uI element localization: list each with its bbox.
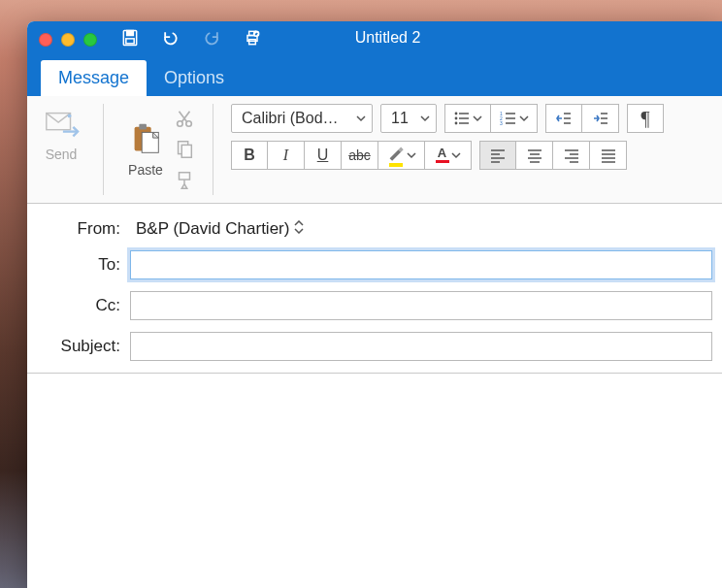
- send-label: Send: [46, 147, 78, 162]
- paragraph-marks-button[interactable]: ¶: [627, 104, 664, 133]
- message-header: From: B&P (David Chartier) To: Cc: Subje…: [27, 204, 722, 374]
- chevron-down-icon: [451, 147, 461, 164]
- compose-window: Untitled 2 Message Options Send Paste: [27, 21, 722, 588]
- tab-message[interactable]: Message: [41, 60, 147, 96]
- cc-field[interactable]: [130, 291, 712, 320]
- svg-rect-2: [126, 39, 134, 44]
- window-title: Untitled 2: [355, 29, 421, 47]
- font-color-button[interactable]: A: [425, 141, 472, 170]
- align-right-button[interactable]: [553, 141, 590, 170]
- cc-label: Cc:: [37, 296, 120, 315]
- align-left-button[interactable]: [479, 141, 516, 170]
- paste-label: Paste: [128, 162, 163, 178]
- message-body[interactable]: [27, 374, 722, 588]
- italic-button[interactable]: I: [268, 141, 305, 170]
- align-center-button[interactable]: [516, 141, 553, 170]
- svg-rect-15: [181, 145, 191, 157]
- separator: [213, 104, 213, 195]
- font-family-value: Calibri (Bod…: [242, 110, 339, 127]
- from-value: B&P (David Chartier): [136, 219, 289, 239]
- zoom-window-button[interactable]: [83, 33, 97, 47]
- strikethrough-button[interactable]: abc: [342, 141, 378, 170]
- font-size-combo[interactable]: 11: [380, 104, 437, 133]
- increase-indent-button[interactable]: [582, 104, 619, 133]
- undo-icon[interactable]: [161, 28, 180, 51]
- redo-icon[interactable]: [202, 28, 221, 51]
- bold-button[interactable]: B: [231, 141, 268, 170]
- chevron-down-icon: [519, 110, 529, 127]
- tab-options[interactable]: Options: [147, 60, 242, 96]
- ribbon: Send Paste Cal: [27, 96, 722, 204]
- print-icon[interactable]: [243, 28, 262, 51]
- window-controls: [39, 33, 97, 47]
- chevron-down-icon: [473, 110, 482, 127]
- copy-icon[interactable]: [174, 139, 195, 164]
- format-painter-icon[interactable]: [174, 170, 195, 195]
- save-icon[interactable]: [120, 28, 140, 51]
- underline-button[interactable]: U: [305, 141, 342, 170]
- svg-rect-1: [127, 31, 134, 36]
- subject-label: Subject:: [37, 337, 120, 356]
- chevron-down-icon: [356, 110, 366, 127]
- separator: [103, 104, 104, 195]
- font-size-value: 11: [391, 110, 409, 127]
- from-label: From:: [37, 219, 120, 239]
- bullets-button[interactable]: [444, 104, 491, 133]
- paste-button[interactable]: Paste: [121, 104, 170, 195]
- highlight-icon: [387, 145, 405, 167]
- from-account-picker[interactable]: B&P (David Chartier): [130, 219, 712, 239]
- svg-point-8: [68, 114, 72, 118]
- decrease-indent-button[interactable]: [545, 104, 582, 133]
- svg-point-19: [455, 122, 458, 125]
- svg-rect-5: [249, 40, 256, 45]
- svg-rect-10: [139, 124, 147, 130]
- cut-icon[interactable]: [174, 108, 195, 133]
- subject-field[interactable]: [130, 332, 712, 361]
- minimize-window-button[interactable]: [61, 33, 75, 47]
- chevron-down-icon: [407, 147, 416, 164]
- font-family-combo[interactable]: Calibri (Bod…: [231, 104, 373, 133]
- to-field[interactable]: [130, 250, 712, 279]
- send-button[interactable]: Send: [37, 104, 85, 164]
- svg-text:3: 3: [500, 120, 503, 126]
- close-window-button[interactable]: [39, 33, 52, 47]
- titlebar: Untitled 2: [27, 21, 722, 58]
- ribbon-tabstrip: Message Options: [27, 58, 722, 96]
- highlight-button[interactable]: [378, 141, 425, 170]
- updown-icon: [293, 219, 305, 239]
- desktop-background: Untitled 2 Message Options Send Paste: [0, 0, 722, 588]
- svg-point-17: [455, 113, 458, 115]
- align-justify-button[interactable]: [590, 141, 627, 170]
- svg-point-18: [455, 117, 458, 120]
- chevron-down-icon: [420, 110, 430, 127]
- svg-rect-16: [180, 173, 190, 180]
- numbering-button[interactable]: 123: [491, 104, 538, 133]
- to-label: To:: [37, 255, 120, 275]
- font-color-icon: A: [436, 147, 449, 163]
